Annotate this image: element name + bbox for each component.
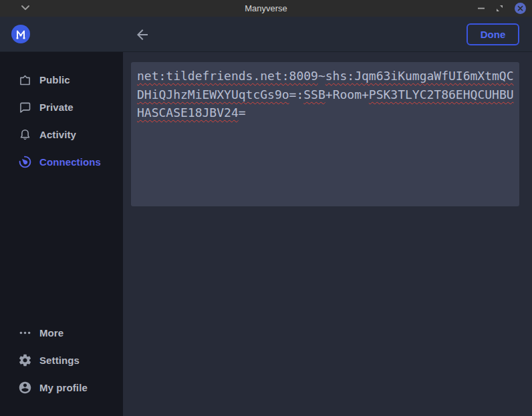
- sidebar-item-public[interactable]: Public: [0, 70, 123, 89]
- window-controls: [478, 0, 526, 17]
- chat-bubble-icon: [18, 100, 32, 114]
- invite-code-text: =:: [289, 87, 304, 101]
- invite-code-input[interactable]: net:tildefriends.net:8009~shs:Jqm63iKumg…: [131, 62, 519, 206]
- gear-icon: [18, 353, 32, 367]
- invite-code-line: HASCASE18JBV24=: [137, 103, 519, 122]
- app-body: Public Private Activity Connections More…: [0, 52, 532, 416]
- sidebar-item-label: Activity: [39, 129, 76, 140]
- invite-code-text-misspelled: shs:Jqm63iKumgaWfUI6mXtmQC: [325, 69, 514, 83]
- close-button[interactable]: [515, 3, 526, 14]
- sidebar-item-label: More: [39, 327, 63, 339]
- titlebar: Manyverse: [0, 0, 532, 17]
- sidebar-item-label: Settings: [39, 355, 80, 366]
- sidebar-item-connections[interactable]: Connections: [0, 152, 123, 171]
- manyverse-logo-icon: [11, 25, 30, 43]
- back-button[interactable]: [134, 27, 150, 43]
- sidebar-item-settings[interactable]: Settings: [0, 351, 123, 369]
- sidebar-item-label: Public: [39, 74, 70, 85]
- invite-code-text: Room: [333, 87, 362, 101]
- sidebar-bottom-group: More Settings My profile: [0, 323, 123, 397]
- invite-code-text: +: [325, 87, 333, 101]
- invite-code-line: net:tildefriends.net:8009~shs:Jqm63iKumg…: [137, 67, 519, 85]
- invite-code-text-misspelled: DHiQJhzMiEWXYUqtcGs9o: [137, 87, 289, 101]
- sidebar-item-my-profile[interactable]: My profile: [0, 378, 123, 397]
- sidebar-item-label: Private: [39, 101, 74, 113]
- sidebar-item-activity[interactable]: Activity: [0, 125, 123, 144]
- manyverse-window: Manyverse: [0, 0, 532, 416]
- main-content: net:tildefriends.net:8009~shs:Jqm63iKumg…: [123, 52, 532, 416]
- sidebar-top-group: Public Private Activity Connections: [0, 70, 123, 171]
- sidebar-item-more[interactable]: More: [0, 323, 123, 342]
- public-board-icon: [18, 73, 32, 87]
- sidebar-item-private[interactable]: Private: [0, 97, 123, 116]
- invite-code-text: +: [362, 87, 369, 101]
- bell-icon: [18, 128, 32, 142]
- invite-code-text-misspelled: net:tildefriends.net:8009: [137, 69, 318, 83]
- invite-code-text-misspelled: PSK3TLYC2T86EHQCUHBU: [369, 87, 514, 101]
- close-icon: [517, 5, 523, 11]
- invite-code-line: DHiQJhzMiEWXYUqtcGs9o=:SSB+Room+PSK3TLYC…: [137, 85, 519, 104]
- minimize-button[interactable]: [478, 7, 485, 9]
- sidebar-item-label: My profile: [39, 382, 88, 393]
- ellipsis-icon: [18, 326, 32, 340]
- invite-code-text-misspelled: HASCASE18JBV24: [137, 106, 239, 120]
- done-button[interactable]: Done: [467, 23, 519, 45]
- connections-gauge-icon: [18, 155, 32, 169]
- account-circle-icon: [18, 381, 32, 395]
- sidebar: Public Private Activity Connections More…: [0, 52, 123, 416]
- invite-code-text: ~: [318, 69, 325, 83]
- invite-code-text-misspelled: SSB: [303, 87, 325, 101]
- window-title: Manyverse: [0, 0, 532, 17]
- invite-code-text: =: [239, 106, 246, 120]
- arrow-back-icon: [134, 27, 150, 43]
- sidebar-item-label: Connections: [39, 156, 101, 168]
- restore-button[interactable]: [496, 5, 503, 12]
- app-header: Done: [0, 17, 532, 52]
